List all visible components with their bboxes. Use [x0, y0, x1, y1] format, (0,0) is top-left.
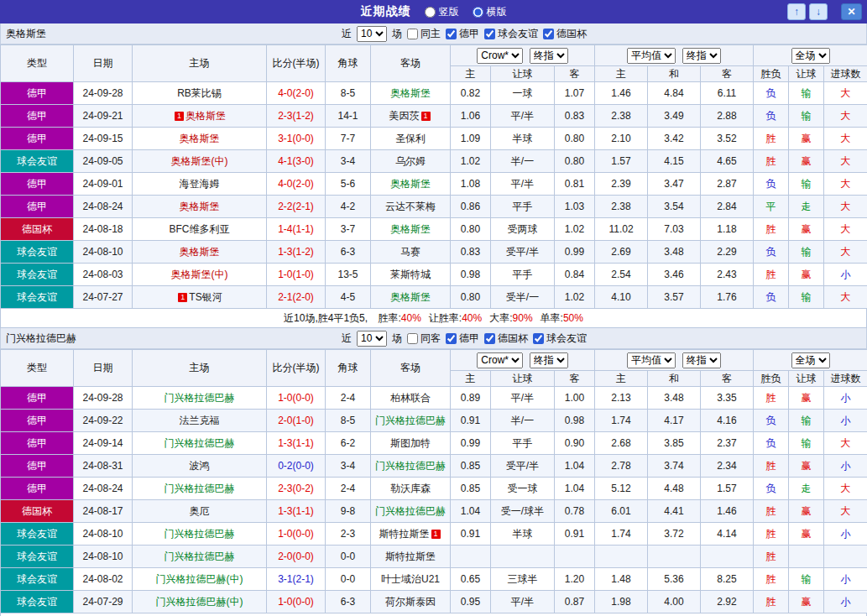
odds-stage-select[interactable]: 终指 — [530, 352, 568, 368]
away-team-section-header: 门兴格拉德巴赫 近 10 场 同客 德甲 德国杯 球会友谊 — [0, 328, 867, 349]
handicap-away-odds: 0.90 — [555, 432, 595, 455]
home-team: 奥厄 — [133, 500, 267, 523]
sub-header-outcome: 胜负 — [754, 66, 789, 82]
score: 4-0(2-0) — [267, 173, 326, 196]
league-filter-checkbox[interactable] — [543, 29, 554, 39]
average-odds-select[interactable]: 平均值 — [627, 48, 676, 64]
avg-away-odds: 1.46 — [701, 500, 754, 523]
match-count-select[interactable]: 10 — [357, 331, 387, 347]
score: 1-3(1-1) — [267, 500, 326, 523]
score: 2-3(1-2) — [267, 105, 326, 128]
layout-vertical-option[interactable]: 竖版 — [425, 5, 459, 19]
col-header-corner: 角球 — [326, 45, 371, 82]
league-filter-checkbox[interactable] — [484, 333, 495, 344]
handicap-line — [491, 546, 555, 568]
corner-count: 6-3 — [326, 241, 371, 264]
match-row: 德国杯24-08-18BFC维多利亚1-4(1-1)3-7奥格斯堡0.80受两球… — [1, 218, 867, 241]
league-filter-label: 德甲 — [459, 331, 479, 346]
avg-home-odds: 11.02 — [595, 218, 648, 241]
scroll-up-button[interactable]: ↑ — [787, 3, 806, 20]
result-outcome: 胜 — [754, 546, 789, 568]
result-goals: 大 — [824, 286, 867, 309]
league-filter-option[interactable]: 球会友谊 — [484, 27, 538, 41]
sub-header-goals-result: 进球数 — [824, 371, 867, 387]
result-scope-group-header: 全场 — [754, 350, 867, 371]
same-venue-checkbox[interactable] — [407, 29, 418, 39]
match-row: 德甲24-09-15奥格斯堡3-1(0-0)7-7圣保利1.09半球0.802.… — [1, 128, 867, 150]
handicap-line: 平/半 — [491, 173, 555, 196]
handicap-line: 一球 — [491, 82, 555, 105]
league-filter-option[interactable]: 德国杯 — [484, 331, 528, 346]
result-handicap: 走 — [789, 478, 824, 500]
league-filter-option[interactable]: 德国杯 — [543, 27, 587, 41]
match-date: 24-09-22 — [74, 410, 133, 432]
scroll-down-button[interactable]: ↓ — [809, 3, 828, 20]
vertical-radio[interactable] — [425, 7, 436, 18]
result-goals: 小 — [824, 410, 867, 432]
match-row: 德甲24-09-22法兰克福2-0(1-0)8-5门兴格拉德巴赫0.91半/一0… — [1, 410, 867, 432]
home-team: 门兴格拉德巴赫 — [133, 387, 267, 410]
league-filter-option[interactable]: 德甲 — [446, 27, 479, 41]
match-row: 德甲24-09-211奥格斯堡2-3(1-2)14-1美因茨11.06平/半0.… — [1, 105, 867, 128]
average-stage-select[interactable]: 终指 — [682, 48, 721, 64]
league-filter-checkbox[interactable] — [446, 333, 457, 344]
result-handicap: 输 — [789, 105, 824, 128]
scope-select[interactable]: 全场 — [791, 48, 830, 64]
col-header-home: 主场 — [133, 350, 267, 387]
handicap-home-odds: 0.85 — [451, 455, 491, 478]
match-row: 德国杯24-08-17奥厄1-3(1-1)9-8门兴格拉德巴赫1.04受一/球半… — [1, 500, 867, 523]
home-team-section-header: 奥格斯堡 近 10 场 同主 德甲 球会友谊 德国杯 — [0, 23, 867, 44]
handicap-line: 平/半 — [491, 105, 555, 128]
avg-home-odds: 2.69 — [595, 241, 648, 264]
league-type-badge: 球会友谊 — [1, 568, 74, 591]
odds-provider-select[interactable]: Crow* — [477, 48, 523, 64]
handicap-home-odds: 1.09 — [451, 128, 491, 150]
handicap-line: 半/一 — [491, 150, 555, 173]
red-card-badge: 1 — [178, 293, 187, 302]
league-filter-option[interactable]: 德甲 — [446, 331, 479, 346]
match-row: 球会友谊24-09-05奥格斯堡(中)4-1(3-0)3-4乌尔姆1.02半/一… — [1, 150, 867, 173]
team-name-text: 门兴格拉德巴赫 — [375, 505, 446, 517]
result-goals: 大 — [824, 173, 867, 196]
col-header-score: 比分(半场) — [267, 350, 326, 387]
handicap-away-odds: 0.91 — [555, 523, 595, 546]
same-venue-option[interactable]: 同客 — [407, 331, 441, 346]
avg-draw-odds: 3.57 — [648, 286, 701, 309]
league-filter-checkbox[interactable] — [533, 333, 544, 344]
score: 1-3(1-1) — [267, 432, 326, 455]
handicap-home-odds: 0.99 — [451, 432, 491, 455]
close-button[interactable]: ✕ — [841, 3, 862, 20]
away-team: 荷尔斯泰因 — [371, 591, 451, 613]
match-row: 德甲24-08-24奥格斯堡2-2(2-1)4-2云达不莱梅0.86平手1.03… — [1, 196, 867, 218]
same-venue-checkbox[interactable] — [407, 333, 418, 344]
match-row: 球会友谊24-08-10奥格斯堡1-3(1-2)6-3马赛0.83受平/半0.9… — [1, 241, 867, 264]
same-venue-label: 同主 — [420, 27, 441, 41]
same-venue-option[interactable]: 同主 — [407, 27, 441, 41]
match-count-select[interactable]: 10 — [357, 26, 387, 42]
average-odds-select[interactable]: 平均值 — [627, 352, 676, 368]
team-name-text: 奥格斯堡 — [180, 246, 220, 258]
league-type-badge: 球会友谊 — [1, 523, 74, 546]
match-date: 24-08-24 — [74, 478, 133, 500]
home-team: 波鸿 — [133, 455, 267, 478]
team-name-text: 门兴格拉德巴赫 — [165, 551, 235, 562]
average-stage-select[interactable]: 终指 — [682, 352, 721, 368]
league-filter-checkbox[interactable] — [446, 29, 457, 39]
odds-provider-select[interactable]: Crow* — [477, 352, 523, 368]
scope-select[interactable]: 全场 — [791, 352, 830, 368]
odds-stage-select[interactable]: 终指 — [530, 48, 568, 64]
league-filter-checkbox[interactable] — [484, 29, 495, 39]
result-handicap: 输 — [789, 286, 824, 309]
match-row: 球会友谊24-07-29门兴格拉德巴赫(中)1-0(0-0)6-3荷尔斯泰因0.… — [1, 591, 867, 613]
sub-header-avg-draw: 和 — [648, 66, 701, 82]
handicap-home-odds: 0.95 — [451, 591, 491, 613]
handicap-away-odds: 1.04 — [555, 478, 595, 500]
layout-horizontal-option[interactable]: 横版 — [473, 5, 507, 19]
col-header-date: 日期 — [74, 350, 133, 387]
horizontal-radio[interactable] — [473, 7, 483, 18]
handicap-line: 半/一 — [491, 410, 555, 432]
avg-home-odds: 1.46 — [595, 82, 648, 105]
league-filter-option[interactable]: 球会友谊 — [533, 331, 587, 346]
handicap-line: 受一/球半 — [491, 500, 555, 523]
team-name-text: 马赛 — [400, 246, 420, 258]
